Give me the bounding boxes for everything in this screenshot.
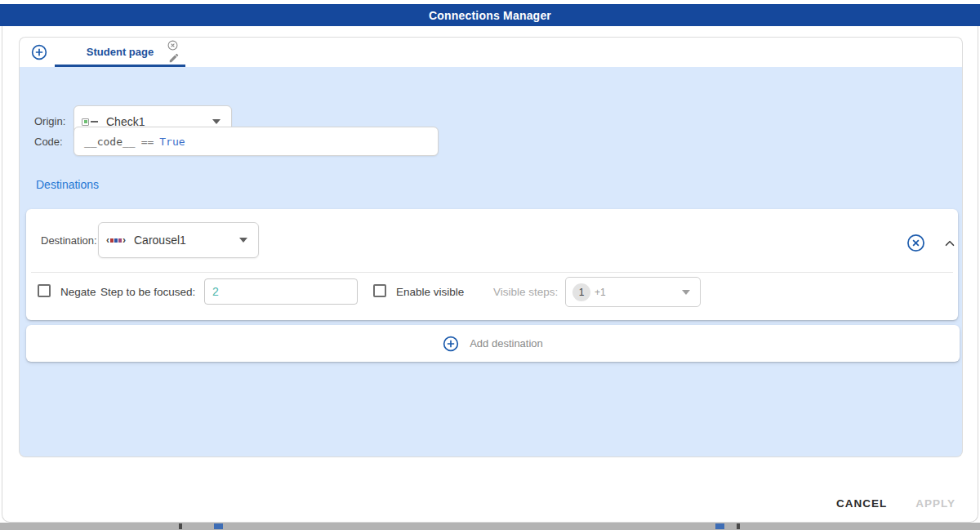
close-tab-icon[interactable]	[167, 40, 178, 51]
connections-panel: Student page Origin: Check1 Code: __code…	[19, 37, 963, 457]
visible-steps-overflow: +1	[595, 287, 606, 298]
visible-step-chip: 1	[572, 283, 590, 301]
negate-checkbox[interactable]	[38, 284, 51, 297]
background-page-strip	[0, 523, 980, 530]
destinations-heading: Destinations	[36, 178, 99, 191]
caret-down-icon	[212, 119, 220, 124]
background-page-fragment	[715, 523, 724, 529]
card-divider	[31, 272, 953, 273]
step-to-be-focused-label: Step to be focused:	[100, 286, 195, 298]
background-page-fragment	[179, 523, 182, 529]
carousel-component-icon: ‹›	[106, 234, 126, 246]
edit-tab-icon[interactable]	[168, 52, 180, 64]
cancel-button[interactable]: CANCEL	[836, 497, 887, 510]
destination-selected-value: Carousel1	[134, 234, 186, 247]
enable-visible-label: Enable visible	[396, 286, 464, 298]
tab-strip: Student page	[19, 37, 963, 67]
code-literal: True	[159, 136, 185, 148]
visible-steps-label: Visible steps:	[493, 286, 558, 298]
tab-label: Student page	[87, 46, 154, 58]
add-tab-button[interactable]	[31, 44, 47, 60]
code-label: Code:	[34, 136, 63, 148]
add-destination-label: Add destination	[470, 337, 543, 350]
caret-down-icon	[682, 290, 690, 295]
code-variable: __code__	[84, 136, 136, 148]
background-page-fragment	[214, 523, 223, 529]
visible-steps-select[interactable]: 1 +1	[565, 277, 701, 307]
plus-circle-icon	[31, 44, 47, 60]
tab-content: Origin: Check1 Code: __code__ == True De…	[19, 67, 963, 457]
connections-manager-dialog: Student page Origin: Check1 Code: __code…	[2, 26, 978, 523]
enable-visible-checkbox[interactable]	[373, 284, 386, 297]
destination-select[interactable]: ‹› Carousel1	[98, 222, 259, 258]
code-operator: ==	[141, 136, 154, 148]
plus-circle-icon	[443, 336, 459, 352]
background-page-fragment	[737, 523, 740, 529]
destination-card: Destination: ‹› Carousel1 Negate Step to…	[26, 209, 958, 320]
code-input[interactable]: __code__ == True	[74, 127, 439, 156]
tab-student-page[interactable]: Student page	[67, 38, 173, 65]
dialog-footer: CANCEL APPLY	[836, 497, 956, 510]
collapse-destination-icon[interactable]	[942, 236, 957, 251]
apply-button[interactable]: APPLY	[915, 497, 956, 510]
dialog-titlebar: Connections Manager	[0, 4, 980, 26]
origin-label: Origin:	[34, 115, 65, 127]
step-to-be-focused-input[interactable]	[204, 278, 358, 305]
add-destination-button[interactable]: Add destination	[26, 325, 960, 362]
negate-label: Negate	[60, 286, 96, 298]
dialog-title: Connections Manager	[429, 9, 551, 22]
remove-destination-icon[interactable]	[906, 234, 925, 252]
caret-down-icon	[239, 238, 247, 243]
destination-label: Destination:	[41, 234, 97, 247]
check-component-icon	[82, 118, 98, 126]
